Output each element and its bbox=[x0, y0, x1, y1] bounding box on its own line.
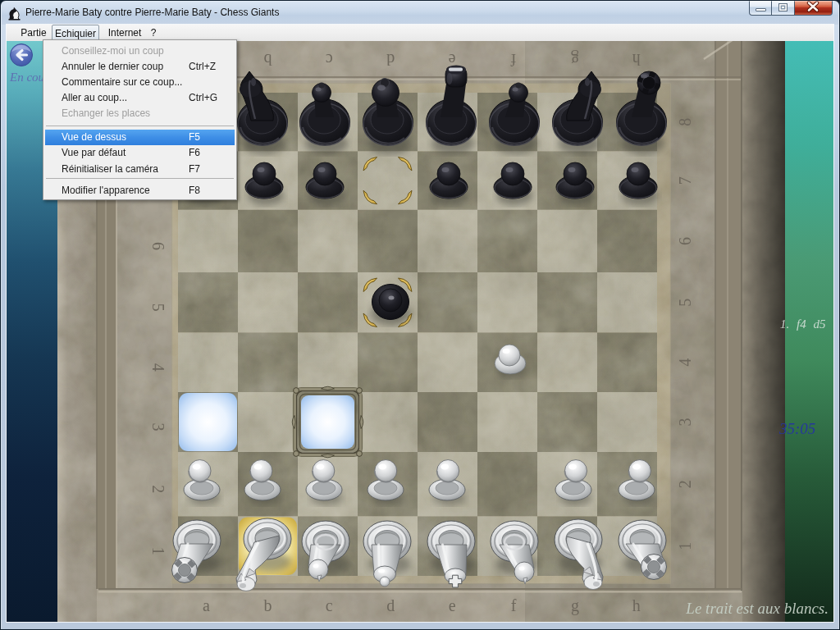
svg-text:f: f bbox=[510, 51, 516, 69]
svg-text:3: 3 bbox=[149, 423, 167, 431]
svg-text:2: 2 bbox=[149, 485, 167, 493]
svg-text:b: b bbox=[263, 51, 272, 69]
svg-text:a: a bbox=[203, 596, 210, 614]
svg-text:4: 4 bbox=[149, 363, 167, 372]
svg-text:7: 7 bbox=[676, 176, 694, 185]
svg-text:d: d bbox=[386, 51, 395, 69]
svg-text:2: 2 bbox=[676, 480, 694, 488]
svg-text:c: c bbox=[326, 596, 333, 614]
svg-text:g: g bbox=[571, 50, 579, 69]
svg-text:35:05: 35:05 bbox=[778, 420, 815, 437]
svg-text:4: 4 bbox=[676, 358, 694, 367]
svg-text:f: f bbox=[511, 596, 517, 614]
svg-text:b: b bbox=[263, 596, 272, 614]
svg-text:6: 6 bbox=[676, 237, 694, 245]
svg-text:d: d bbox=[386, 596, 395, 614]
svg-text:h: h bbox=[632, 51, 641, 69]
svg-text:8: 8 bbox=[676, 118, 694, 126]
svg-text:5: 5 bbox=[149, 304, 167, 312]
svg-text:1. f4 d5: 1. f4 d5 bbox=[780, 317, 826, 331]
svg-text:e: e bbox=[449, 596, 456, 614]
svg-text:5: 5 bbox=[676, 299, 694, 307]
svg-text:3: 3 bbox=[676, 418, 694, 427]
svg-text:1: 1 bbox=[149, 547, 167, 555]
svg-text:Le trait est aux blancs.: Le trait est aux blancs. bbox=[685, 600, 829, 617]
svg-text:1: 1 bbox=[676, 542, 694, 550]
svg-text:h: h bbox=[632, 596, 641, 614]
svg-text:c: c bbox=[326, 51, 333, 69]
svg-text:g: g bbox=[571, 596, 579, 615]
svg-text:6: 6 bbox=[149, 242, 167, 250]
